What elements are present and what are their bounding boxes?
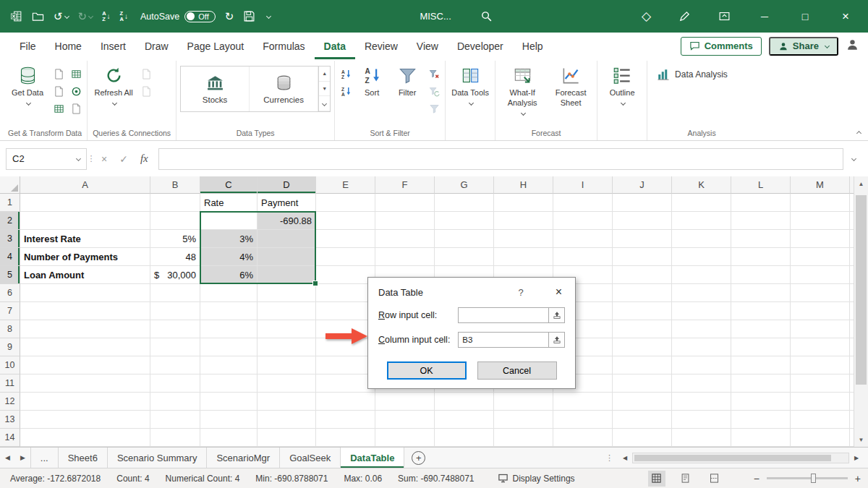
cell-J11[interactable] bbox=[613, 374, 672, 393]
cell-C3[interactable]: 3% bbox=[200, 230, 258, 248]
cell-H12[interactable] bbox=[494, 393, 553, 411]
confirm-entry-icon[interactable]: ✓ bbox=[119, 153, 128, 165]
sort-za-icon[interactable] bbox=[339, 85, 353, 98]
tab-home[interactable]: Home bbox=[46, 33, 91, 59]
cell-B9[interactable] bbox=[150, 338, 200, 356]
tab-formulas[interactable]: Formulas bbox=[253, 33, 314, 59]
formula-input[interactable] bbox=[158, 148, 843, 170]
reapply-filter-icon[interactable] bbox=[427, 85, 441, 98]
edit-links-icon[interactable] bbox=[139, 85, 153, 98]
scroll-left-icon[interactable]: ◀ bbox=[618, 455, 632, 461]
cell-J2[interactable] bbox=[613, 212, 672, 230]
cell-K14[interactable] bbox=[672, 429, 731, 447]
excel-app-icon[interactable] bbox=[10, 10, 22, 22]
cell-I3[interactable] bbox=[553, 230, 613, 248]
cell-A11[interactable] bbox=[20, 374, 150, 393]
column-header-F[interactable]: F bbox=[375, 176, 435, 194]
cell-G13[interactable] bbox=[435, 411, 494, 429]
cell-J3[interactable] bbox=[613, 230, 672, 248]
collapse-ribbon-icon[interactable] bbox=[855, 124, 861, 137]
cell-C8[interactable] bbox=[200, 320, 258, 338]
cell-G3[interactable] bbox=[435, 230, 494, 248]
horizontal-scrollbar[interactable]: ◀ ▶ bbox=[618, 448, 868, 468]
forecast-sheet-button[interactable]: Forecast Sheet bbox=[548, 61, 593, 108]
row-header-11[interactable]: 11 bbox=[0, 374, 20, 393]
cell-E2[interactable] bbox=[316, 212, 375, 230]
cell-J6[interactable] bbox=[613, 284, 672, 302]
stocks-button[interactable]: Stocks bbox=[181, 67, 250, 111]
cell-E13[interactable] bbox=[316, 411, 375, 429]
cell-H14[interactable] bbox=[494, 429, 553, 447]
cell-B8[interactable] bbox=[150, 320, 200, 338]
row-header-1[interactable]: 1 bbox=[0, 194, 20, 212]
cell-J12[interactable] bbox=[613, 393, 672, 411]
data-tools-button[interactable]: Data Tools bbox=[449, 61, 491, 105]
cell-A5[interactable]: Loan Amount bbox=[20, 266, 150, 284]
vertical-scrollbar[interactable]: ▲ ▼ bbox=[854, 176, 868, 447]
cell-A10[interactable] bbox=[20, 356, 150, 374]
cell-B1[interactable] bbox=[150, 194, 200, 212]
cell-L12[interactable] bbox=[731, 393, 791, 411]
row-header-7[interactable]: 7 bbox=[0, 302, 20, 320]
select-all-corner[interactable] bbox=[0, 176, 20, 194]
cell-G4[interactable] bbox=[435, 248, 494, 266]
status-count[interactable]: Count: 4 bbox=[116, 474, 149, 484]
cell-C11[interactable] bbox=[200, 374, 258, 393]
cell-J13[interactable] bbox=[613, 411, 672, 429]
get-data-button[interactable]: Get Data bbox=[7, 61, 48, 105]
comments-button[interactable]: Comments bbox=[681, 37, 762, 56]
cell-L1[interactable] bbox=[731, 194, 791, 212]
tab-review[interactable]: Review bbox=[355, 33, 407, 59]
gallery-up-icon[interactable]: ▲ bbox=[319, 67, 330, 82]
gallery-down-icon[interactable]: ▼ bbox=[319, 82, 330, 97]
cell-I13[interactable] bbox=[553, 411, 613, 429]
cell-K6[interactable] bbox=[672, 284, 731, 302]
zoom-out-icon[interactable]: − bbox=[754, 473, 760, 484]
column-header-E[interactable]: E bbox=[316, 176, 375, 194]
cell-B13[interactable] bbox=[150, 411, 200, 429]
sheet-tab-datatable[interactable]: DataTable bbox=[341, 448, 404, 468]
cell-A3[interactable]: Interest Rate bbox=[20, 230, 150, 248]
cell-K3[interactable] bbox=[672, 230, 731, 248]
close-icon[interactable]: × bbox=[839, 9, 852, 24]
cell-D4[interactable] bbox=[258, 248, 316, 266]
cell-H1[interactable] bbox=[494, 194, 553, 212]
scroll-right-icon[interactable]: ▶ bbox=[849, 455, 864, 461]
cell-J1[interactable] bbox=[613, 194, 672, 212]
cell-I12[interactable] bbox=[553, 393, 613, 411]
tab-help[interactable]: Help bbox=[513, 33, 553, 59]
cell-D7[interactable] bbox=[258, 302, 316, 320]
cell-I14[interactable] bbox=[553, 429, 613, 447]
row-header-4[interactable]: 4 bbox=[0, 248, 20, 266]
sort-ascending-icon[interactable]: AZ↓ bbox=[102, 11, 110, 22]
cell-I2[interactable] bbox=[553, 212, 613, 230]
status-max[interactable]: Max: 0.06 bbox=[344, 474, 382, 484]
cell-L2[interactable] bbox=[731, 212, 791, 230]
cell-E11[interactable] bbox=[316, 374, 375, 393]
row-header-12[interactable]: 12 bbox=[0, 393, 20, 411]
tab-splitter-grip[interactable]: ⋮ bbox=[601, 453, 618, 463]
cell-E14[interactable] bbox=[316, 429, 375, 447]
document-title[interactable]: MISC... bbox=[420, 11, 451, 22]
column-header-C[interactable]: C bbox=[200, 176, 258, 194]
cell-M11[interactable] bbox=[791, 374, 850, 393]
cell-D5[interactable] bbox=[258, 266, 316, 284]
cell-B6[interactable] bbox=[150, 284, 200, 302]
cell-D6[interactable] bbox=[258, 284, 316, 302]
vertical-scroll-thumb[interactable] bbox=[856, 195, 867, 385]
status-average[interactable]: Average: -172.6872018 bbox=[10, 474, 101, 484]
cell-E4[interactable] bbox=[316, 248, 375, 266]
cell-M5[interactable] bbox=[791, 266, 850, 284]
cell-H4[interactable] bbox=[494, 248, 553, 266]
scroll-up-icon[interactable]: ▲ bbox=[854, 176, 868, 191]
row-header-2[interactable]: 2 bbox=[0, 212, 20, 230]
column-header-J[interactable]: J bbox=[613, 176, 672, 194]
tab-insert[interactable]: Insert bbox=[91, 33, 135, 59]
cell-F14[interactable] bbox=[375, 429, 435, 447]
cell-D12[interactable] bbox=[258, 393, 316, 411]
advanced-filter-icon[interactable] bbox=[427, 102, 441, 115]
cell-C4[interactable]: 4% bbox=[200, 248, 258, 266]
cell-B3[interactable]: 5% bbox=[150, 230, 200, 248]
tab-file[interactable]: File bbox=[10, 33, 46, 59]
cell-D1[interactable]: Payment bbox=[258, 194, 316, 212]
